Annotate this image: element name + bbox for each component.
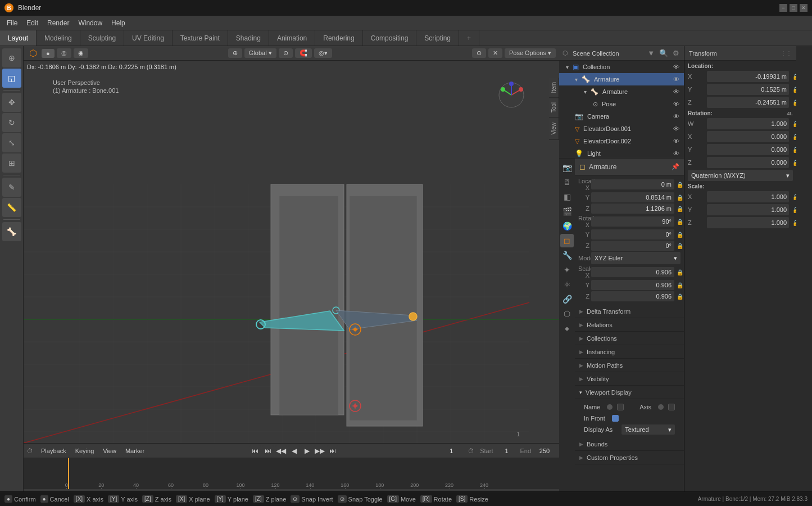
outliner-search[interactable]: 🔍	[658, 48, 669, 58]
t-loc-z-input[interactable]	[707, 97, 789, 108]
scl-x-lock[interactable]: 🔒	[676, 269, 684, 275]
menu-render[interactable]: Render	[43, 18, 74, 28]
outliner-elev1-eye[interactable]: 👁	[673, 125, 679, 132]
proportional-editing[interactable]: ◎▾	[314, 48, 332, 58]
n-panel-item-tab[interactable]: Item	[549, 78, 559, 98]
outliner-item-light[interactable]: 💡 Light 👁	[559, 147, 684, 160]
delta-transform-section[interactable]: ▶ Delta Transform	[575, 305, 684, 318]
scl-z-lock[interactable]: 🔒	[676, 293, 684, 300]
motion-paths-section[interactable]: ▶ Motion Paths	[575, 359, 684, 372]
anim-prev-frame[interactable]: ◀	[288, 445, 300, 457]
prop-view-layer-btn[interactable]: ◧	[560, 190, 574, 204]
overlay-toggle[interactable]: ⊙	[472, 48, 486, 58]
n-panel-tool-tab[interactable]: Tool	[549, 98, 559, 118]
rot-z-input[interactable]	[591, 241, 674, 251]
prop-output-btn[interactable]: 🖥	[560, 175, 574, 189]
t-loc-y-lock[interactable]: 🔒	[791, 87, 796, 93]
t-scl-x-lock[interactable]: 🔒	[791, 194, 796, 200]
anim-prev-keyframe[interactable]: ⏭	[262, 445, 274, 457]
vp-infront-checkbox[interactable]	[612, 415, 619, 422]
close-button[interactable]: ✕	[800, 4, 808, 12]
annotate-tool[interactable]: ✎	[2, 178, 21, 197]
tab-rendering[interactable]: Rendering	[315, 30, 362, 46]
snap-toggle[interactable]: 🧲	[295, 48, 312, 58]
loc-x-lock[interactable]: 🔒	[676, 182, 684, 188]
loc-z-lock[interactable]: 🔒	[676, 206, 684, 212]
t-loc-y-input[interactable]	[707, 84, 789, 95]
custom-properties-section[interactable]: ▶ Custom Properties	[575, 451, 684, 464]
outliner-item-camera[interactable]: 📷 Camera 👁	[559, 110, 684, 123]
prop-material-btn[interactable]: ●	[560, 322, 574, 335]
relations-section[interactable]: ▶ Relations	[575, 318, 684, 332]
visibility-section[interactable]: ▶ Visibility	[575, 372, 684, 386]
vp-name-color-dot[interactable]	[607, 404, 613, 410]
rot-z-lock[interactable]: 🔒	[676, 243, 684, 249]
xray-toggle[interactable]: ✕	[488, 48, 502, 58]
start-frame-input[interactable]	[495, 445, 518, 457]
anim-play[interactable]: ▶	[301, 445, 312, 457]
t-scl-y-lock[interactable]: 🔒	[791, 207, 796, 213]
minimize-button[interactable]: −	[779, 4, 787, 12]
global-local-toggle[interactable]: ⊕	[228, 48, 242, 58]
t-rot-w-lock[interactable]: 🔒	[791, 121, 796, 127]
tab-scripting[interactable]: Scripting	[416, 30, 459, 46]
keying-dropdown[interactable]: Keying	[72, 445, 98, 457]
rot-x-input[interactable]	[591, 216, 674, 227]
outliner-item-elevator1[interactable]: ▽ ElevatorDoor.001 👁	[559, 123, 684, 135]
t-rot-y-input[interactable]	[707, 144, 789, 155]
scl-y-input[interactable]	[591, 280, 674, 290]
prop-world-btn[interactable]: 🌍	[560, 219, 574, 233]
outliner-camera-eye[interactable]: 👁	[673, 113, 679, 120]
menu-file[interactable]: File	[2, 18, 22, 28]
t-rot-z-input[interactable]	[707, 157, 789, 168]
move-tool[interactable]: ✥	[2, 93, 21, 112]
t-scl-x-input[interactable]	[707, 191, 789, 202]
viewport-shading-solid[interactable]: ●	[42, 49, 55, 58]
marker-dropdown[interactable]: Marker	[122, 445, 148, 457]
vp-axis-color-dot[interactable]	[658, 404, 664, 410]
viewport-mode-menu[interactable]: ⬡	[27, 48, 39, 58]
anim-jump-start[interactable]: ⏮	[250, 445, 261, 457]
vp-displayas-dropdown[interactable]: Textured ▾	[622, 424, 675, 435]
tab-shading[interactable]: Shading	[228, 30, 269, 46]
t-loc-z-lock[interactable]: 🔒	[791, 100, 796, 106]
timeline-ruler[interactable]: 0 20 40 60 80 100 120 140	[24, 458, 559, 491]
tab-sculpting[interactable]: Sculpting	[80, 30, 124, 46]
outliner-armdata-eye[interactable]: 👁	[673, 88, 679, 95]
pivot-point[interactable]: ⊙	[279, 48, 293, 58]
tab-compositing[interactable]: Compositing	[363, 30, 417, 46]
loc-y-input[interactable]	[591, 192, 674, 202]
outliner-filter-opts[interactable]: ⚙	[672, 48, 681, 58]
outliner-armature-eye[interactable]: 👁	[673, 76, 679, 83]
prop-object-btn[interactable]: ◻	[560, 234, 574, 247]
menu-window[interactable]: Window	[74, 18, 107, 28]
t-scl-z-lock[interactable]: 🔒	[791, 220, 796, 226]
t-rot-x-input[interactable]	[707, 131, 789, 142]
outliner-item-pose[interactable]: ⊙ Pose 👁	[559, 98, 684, 110]
t-scl-y-input[interactable]	[707, 204, 789, 215]
tab-texture-paint[interactable]: Texture Paint	[173, 30, 228, 46]
prop-render-btn[interactable]: 📷	[560, 161, 574, 174]
viewport-shading-rendered[interactable]: ◉	[74, 48, 88, 58]
outliner-visibility-eye[interactable]: 👁	[673, 64, 679, 70]
tab-layout[interactable]: Layout	[0, 30, 37, 46]
prop-physics-btn[interactable]: ⚛	[560, 278, 574, 291]
end-frame-input[interactable]	[533, 445, 556, 457]
outliner-pose-eye[interactable]: 👁	[673, 101, 679, 107]
outliner-light-eye[interactable]: 👁	[673, 150, 679, 157]
anim-back[interactable]: ◀◀	[275, 445, 287, 457]
transform-tool[interactable]: ⊞	[2, 153, 21, 173]
t-loc-x-input[interactable]	[707, 71, 789, 82]
loc-y-lock[interactable]: 🔒	[676, 195, 684, 201]
transform-panel-options[interactable]: ⋮⋮	[781, 50, 792, 56]
prop-constraints-btn[interactable]: 🔗	[560, 292, 574, 306]
tab-modeling[interactable]: Modeling	[37, 30, 80, 46]
outliner-item-armature-data[interactable]: ▾ 🦴 Armature 👁	[559, 85, 684, 98]
prop-data-btn[interactable]: ⬡	[560, 307, 574, 320]
prop-particles-btn[interactable]: ✦	[560, 263, 574, 277]
anim-next-frame[interactable]: ▶▶	[314, 445, 325, 457]
loc-z-input[interactable]	[591, 204, 674, 214]
t-rot-z-lock[interactable]: 🔒	[791, 160, 796, 166]
outliner-item-elevator2[interactable]: ▽ ElevatorDoor.002 👁	[559, 135, 684, 147]
pose-tool[interactable]: 🦴	[2, 222, 21, 241]
